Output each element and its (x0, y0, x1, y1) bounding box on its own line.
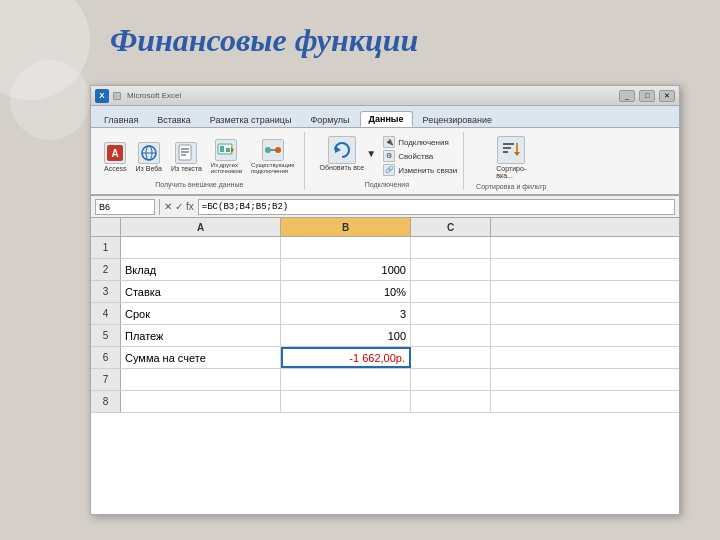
from-text-button[interactable]: Из текста (168, 140, 205, 174)
cell-c8[interactable] (411, 391, 491, 412)
svg-point-14 (275, 147, 281, 153)
existing-connections-icon (262, 139, 284, 161)
table-row: 3 Ставка 10% (91, 281, 679, 303)
ribbon-content: A Access Из Веба (91, 128, 679, 196)
from-access-icon: A (104, 142, 126, 164)
connections-icon: 🔌 (383, 136, 395, 148)
quick-access (113, 92, 121, 100)
row-header-2: 2 (91, 259, 121, 280)
external-data-buttons: A Access Из Веба (101, 134, 298, 179)
tab-data[interactable]: Данные (360, 111, 413, 127)
tab-insert[interactable]: Вставка (148, 112, 199, 127)
close-btn[interactable]: ✕ (659, 90, 675, 102)
cell-b1[interactable] (281, 237, 411, 258)
cell-b7[interactable] (281, 369, 411, 390)
cell-c1[interactable] (411, 237, 491, 258)
cell-a5[interactable]: Платеж (121, 325, 281, 346)
cell-b6-result[interactable]: -1 662,00р. (281, 347, 411, 368)
table-row: 5 Платеж 100 (91, 325, 679, 347)
row-header-1: 1 (91, 237, 121, 258)
cell-b5[interactable]: 100 (281, 325, 411, 346)
title-text: Microsoft Excel (127, 91, 181, 100)
from-web-button[interactable]: Из Веба (133, 140, 165, 174)
svg-point-13 (265, 147, 271, 153)
existing-connections-button[interactable]: Существующиеподключения (248, 137, 297, 176)
tab-formulas[interactable]: Формулы (301, 112, 358, 127)
properties-label: Свойства (398, 152, 433, 161)
cell-c3[interactable] (411, 281, 491, 302)
tab-layout[interactable]: Разметка страницы (201, 112, 301, 127)
from-web-label: Из Веба (136, 165, 162, 172)
row-header-8: 8 (91, 391, 121, 412)
col-header-a: A (121, 218, 281, 236)
row-header-3: 3 (91, 281, 121, 302)
cell-c7[interactable] (411, 369, 491, 390)
sort-icon (497, 136, 525, 164)
table-row: 7 (91, 369, 679, 391)
ribbon-group-external-data: A Access Из Веба (95, 132, 305, 190)
svg-rect-10 (220, 146, 224, 152)
minimize-btn[interactable]: _ (619, 90, 635, 102)
tab-review[interactable]: Рецензирование (414, 112, 502, 127)
edit-links-item[interactable]: 🔗 Изменить связи (383, 164, 457, 176)
cell-a3[interactable]: Ставка (121, 281, 281, 302)
column-headers: A B C (91, 218, 679, 237)
formula-input[interactable]: =БС(B3;B4;B5;B2) (198, 199, 675, 215)
cell-c2[interactable] (411, 259, 491, 280)
from-text-label: Из текста (171, 165, 202, 172)
maximize-btn[interactable]: □ (639, 90, 655, 102)
refresh-label: Обновить все (320, 164, 365, 171)
cell-a6[interactable]: Сумма на счете (121, 347, 281, 368)
excel-window: X Microsoft Excel _ □ ✕ Главная Вставка … (90, 85, 680, 515)
cell-a4[interactable]: Срок (121, 303, 281, 324)
page-title: Финансовые функции (110, 22, 418, 59)
row-header-5: 5 (91, 325, 121, 346)
insert-function-icon[interactable]: fx (186, 201, 194, 212)
from-access-button[interactable]: A Access (101, 140, 130, 174)
edit-links-label: Изменить связи (398, 166, 457, 175)
formula-divider (159, 199, 160, 215)
properties-item[interactable]: ⚙ Свойства (383, 150, 457, 162)
group1-label: Получить внешние данные (155, 181, 243, 188)
sort-button[interactable]: Сортиро-вка... (493, 134, 529, 181)
svg-rect-11 (226, 148, 230, 152)
svg-text:A: A (112, 148, 119, 159)
row-header-4: 4 (91, 303, 121, 324)
existing-connections-label: Существующиеподключения (251, 162, 294, 174)
edit-links-icon: 🔗 (383, 164, 395, 176)
sort-buttons: Сортиро-вка... (493, 134, 529, 181)
cell-c5[interactable] (411, 325, 491, 346)
cell-a8[interactable] (121, 391, 281, 412)
bg-decoration (0, 0, 100, 160)
cell-b2[interactable]: 1000 (281, 259, 411, 280)
name-box[interactable]: B6 (95, 199, 155, 215)
cell-a7[interactable] (121, 369, 281, 390)
table-row: 1 (91, 237, 679, 259)
group2-label: Подключения (365, 181, 409, 188)
row-header-7: 7 (91, 369, 121, 390)
spreadsheet: A B C 1 2 Вклад 1000 3 Ставка (91, 218, 679, 413)
sort-label: Сортиро-вка... (496, 165, 526, 179)
refresh-all-button[interactable]: Обновить все ▼ (317, 134, 380, 173)
connections-item[interactable]: 🔌 Подключения (383, 136, 457, 148)
ribbon-group-sort: Сортиро-вка... Сортировка и фильтр (470, 132, 552, 190)
formula-icons: ✕ ✓ fx (164, 201, 194, 212)
confirm-formula-icon[interactable]: ✓ (175, 201, 183, 212)
properties-icon: ⚙ (383, 150, 395, 162)
tab-home[interactable]: Главная (95, 112, 147, 127)
from-other-button[interactable]: Из другихисточников (208, 137, 245, 176)
cell-b3[interactable]: 10% (281, 281, 411, 302)
cell-b8[interactable] (281, 391, 411, 412)
from-text-icon (175, 142, 197, 164)
cancel-formula-icon[interactable]: ✕ (164, 201, 172, 212)
svg-marker-16 (335, 146, 341, 153)
connections-label: Подключения (398, 138, 449, 147)
cell-c6[interactable] (411, 347, 491, 368)
cell-b4[interactable]: 3 (281, 303, 411, 324)
from-web-icon (138, 142, 160, 164)
cell-a2[interactable]: Вклад (121, 259, 281, 280)
col-header-c: C (411, 218, 491, 236)
from-other-icon (215, 139, 237, 161)
cell-c4[interactable] (411, 303, 491, 324)
cell-a1[interactable] (121, 237, 281, 258)
